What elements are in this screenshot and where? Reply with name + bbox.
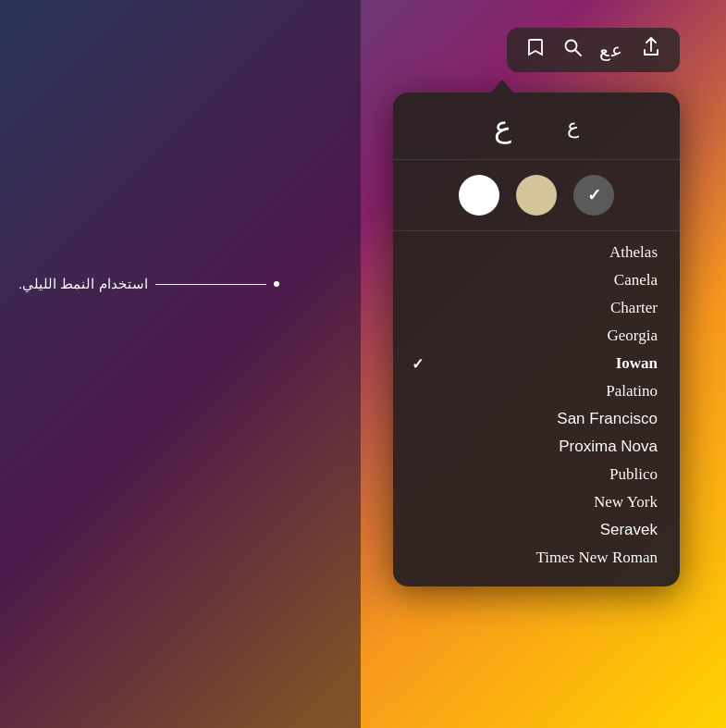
annotation: استخدام النمط الليلي. [18, 276, 279, 292]
font-item-palatino[interactable]: Palatino [393, 377, 680, 405]
font-item-charter[interactable]: Charter [393, 294, 680, 322]
dark-theme-checkmark: ✓ [587, 185, 601, 205]
theme-row: ✓ [393, 160, 680, 231]
font-item-publico[interactable]: Publico [393, 461, 680, 488]
background-overlay [0, 0, 361, 728]
annotation-dot [274, 281, 279, 287]
font-item-canela[interactable]: Canela [393, 266, 680, 294]
dark-theme-button[interactable]: ✓ [573, 175, 614, 216]
font-item-proxima-nova[interactable]: Proxima Nova [393, 433, 680, 461]
font-size-row: ع ع [393, 109, 680, 160]
font-item-iowan[interactable]: ✓ Iowan [393, 350, 680, 377]
iowan-checkmark: ✓ [412, 355, 424, 373]
font-item-san-francisco[interactable]: San Francisco [393, 405, 680, 433]
bookmark-icon[interactable] [525, 37, 546, 63]
toolbar: عع [507, 28, 680, 72]
annotation-line [155, 284, 266, 285]
white-theme-button[interactable] [459, 175, 499, 216]
search-icon[interactable] [562, 37, 583, 63]
popup-caret [491, 80, 513, 93]
font-settings-popup: ع ع ✓ Athelas Canela Charter Georgia ✓ I… [393, 93, 680, 586]
sepia-theme-button[interactable] [516, 175, 557, 216]
font-size-large-button[interactable]: ع [494, 109, 511, 144]
font-list: Athelas Canela Charter Georgia ✓ Iowan P… [393, 231, 680, 575]
font-size-small-button[interactable]: ع [567, 115, 579, 139]
share-icon[interactable] [641, 37, 661, 63]
annotation-text: استخدام النمط الليلي. [18, 276, 148, 292]
svg-line-1 [575, 50, 581, 56]
font-item-athelas[interactable]: Athelas [393, 239, 680, 266]
font-size-icon[interactable]: عع [599, 39, 624, 61]
font-item-new-york[interactable]: New York [393, 488, 680, 516]
font-item-georgia[interactable]: Georgia [393, 322, 680, 350]
font-item-seravek[interactable]: Seravek [393, 516, 680, 544]
font-item-times-new-roman[interactable]: Times New Roman [393, 544, 680, 572]
